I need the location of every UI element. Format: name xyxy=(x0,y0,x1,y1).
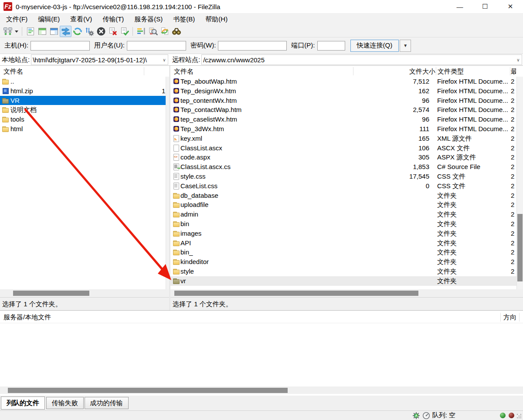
file-name: vr xyxy=(180,276,186,286)
process-queue-button[interactable] xyxy=(83,26,95,37)
local-path-combo[interactable]: \html\dfcjtgtarv7-2025-12-09(15-01-12)\ … xyxy=(31,54,168,65)
remote-file-row[interactable]: bin文件夹2 xyxy=(170,219,523,229)
synchronized-browsing-button[interactable] xyxy=(159,26,170,37)
site-manager-dropdown-button[interactable] xyxy=(14,26,20,37)
menu-item-4[interactable]: 服务器(S) xyxy=(129,13,168,25)
search-button[interactable] xyxy=(170,26,182,37)
file-name: ClassList.ascx.cs xyxy=(180,162,231,172)
menu-item-0[interactable]: 文件(F) xyxy=(1,13,33,25)
remote-file-row[interactable]: Tep_3dWx.htm111Firefox HTML Docume...2 xyxy=(170,124,523,134)
username-input[interactable] xyxy=(127,41,186,51)
file-size: 7,512 xyxy=(345,77,429,86)
queue-column-direction[interactable]: 方向 xyxy=(503,312,516,323)
scrollbar-thumb[interactable] xyxy=(517,214,523,281)
queue-horizontal-scrollbar[interactable] xyxy=(0,386,523,394)
remote-column-filetype[interactable]: 文件类型 xyxy=(438,66,464,77)
disconnect-button[interactable] xyxy=(107,26,119,37)
menu-item-6[interactable]: 帮助(H) xyxy=(200,13,233,25)
remote-file-row[interactable]: tep_caselistWx.htm96Firefox HTML Docume.… xyxy=(170,115,523,124)
remote-path-combo[interactable]: /czwww.cn/www2025 ∨ xyxy=(201,54,522,65)
remote-column-modified[interactable]: 最近修改 xyxy=(511,66,516,77)
close-button[interactable]: ✕ xyxy=(498,0,523,13)
local-file-row[interactable]: VR xyxy=(0,96,166,105)
folder-icon xyxy=(173,230,180,237)
directory-comparison-button[interactable] xyxy=(60,26,71,37)
local-tree-view-button[interactable] xyxy=(36,26,48,37)
remote-vertical-scrollbar[interactable] xyxy=(516,77,523,289)
maximize-button[interactable]: ☐ xyxy=(472,0,498,13)
local-file-row[interactable]: 说明文档 xyxy=(0,105,169,115)
scrollbar-thumb[interactable] xyxy=(13,291,89,296)
menu-item-1[interactable]: 编辑(E) xyxy=(33,13,65,25)
cancel-button[interactable] xyxy=(95,26,107,37)
remote-file-row[interactable]: tep_contentWx.htm96Firefox HTML Docume..… xyxy=(170,96,523,105)
file-modified: 2 xyxy=(511,152,515,162)
speed-limits-gear-icon[interactable]: A xyxy=(412,412,420,420)
remote-file-row[interactable]: bin_文件夹2 xyxy=(170,247,523,257)
host-input[interactable] xyxy=(31,41,90,51)
menu-item-3[interactable]: 传输(T) xyxy=(97,13,129,25)
remote-file-row[interactable]: uploadfile文件夹2 xyxy=(170,200,523,210)
reconnect-button[interactable] xyxy=(119,26,130,37)
remote-file-row[interactable]: images文件夹2 xyxy=(170,229,523,238)
quickconnect-dropdown-button[interactable]: ▼ xyxy=(400,40,411,52)
remote-file-row[interactable]: API文件夹2 xyxy=(170,238,523,248)
queue-tab-2[interactable]: 成功的传输 xyxy=(85,397,129,409)
minimize-button[interactable]: — xyxy=(447,0,472,13)
remote-tree-view-button[interactable] xyxy=(48,26,60,37)
local-file-row[interactable]: html.zip1,3 xyxy=(0,86,169,96)
local-horizontal-scrollbar[interactable] xyxy=(0,289,169,297)
remote-file-row[interactable]: style文件夹2 xyxy=(170,267,523,276)
local-file-list: ..html.zip1,3VR说明文档toolshtml xyxy=(0,77,169,289)
queue-tab-0[interactable]: 列队的文件 xyxy=(1,396,45,410)
remote-file-row[interactable]: ClassList.ascx106ASCX 文件2 xyxy=(170,143,523,153)
remote-file-row[interactable]: ClassList.ascx.cs1,853C# Source File2 xyxy=(170,162,523,172)
password-label: 密码(W): xyxy=(190,41,216,50)
local-column-filename[interactable]: 文件名 xyxy=(3,66,23,77)
local-file-row[interactable]: html xyxy=(0,124,169,134)
speedometer-icon[interactable] xyxy=(422,412,430,420)
menu-item-2[interactable]: 查看(V) xyxy=(65,13,97,25)
queue-column-server-local-file[interactable]: 服务器/本地文件 xyxy=(3,312,51,323)
chevron-down-icon[interactable]: ∨ xyxy=(515,58,522,62)
queue-tab-1[interactable]: 传输失败 xyxy=(46,397,84,409)
port-input[interactable] xyxy=(317,41,345,51)
remote-file-row[interactable]: kindeditor文件夹2 xyxy=(170,257,523,267)
local-vertical-scrollbar[interactable] xyxy=(166,77,169,289)
status-led-red-icon xyxy=(509,413,514,418)
remote-file-row[interactable]: Tep_aboutWap.htm7,512Firefox HTML Docume… xyxy=(170,77,523,86)
remote-file-row[interactable]: admin文件夹2 xyxy=(170,210,523,219)
remote-file-row[interactable]: key.xml165XML 源文件2 xyxy=(170,134,523,143)
remote-column-filename[interactable]: 文件名 xyxy=(174,66,194,77)
remote-horizontal-scrollbar[interactable] xyxy=(170,289,523,297)
local-file-row[interactable]: .. xyxy=(0,77,169,86)
filter-button[interactable] xyxy=(135,26,147,37)
refresh-button[interactable] xyxy=(71,26,83,37)
local-file-pane: 文件名 ..html.zip1,3VR说明文档toolshtml 选择了 1 个… xyxy=(0,66,169,310)
file-name: key.xml xyxy=(180,134,202,143)
file-name: uploadfile xyxy=(180,200,208,210)
quickconnect-button[interactable]: 快速连接(Q) xyxy=(350,40,399,52)
remote-file-row[interactable]: CaseList.css0CSS 文件2 xyxy=(170,181,523,191)
resize-grip[interactable] xyxy=(516,413,522,419)
file-modified: 2 xyxy=(511,115,515,124)
scrollbar-thumb[interactable] xyxy=(174,291,418,296)
find-files-button[interactable] xyxy=(147,26,159,37)
local-file-row[interactable]: tools xyxy=(0,115,169,124)
chevron-down-icon[interactable]: ∨ xyxy=(161,58,168,62)
scrollbar-thumb[interactable] xyxy=(8,388,288,393)
remote-file-row[interactable]: code.aspx305ASPX 源文件2 xyxy=(170,152,523,162)
menu-item-5[interactable]: 书签(B) xyxy=(168,13,200,25)
file-modified: 2 xyxy=(511,181,515,191)
file-type: Firefox HTML Docume... xyxy=(437,96,509,105)
remote-file-row[interactable]: Tep_designWx.htm162Firefox HTML Docume..… xyxy=(170,86,523,96)
remote-column-filesize[interactable]: 文件大小 xyxy=(353,66,435,77)
remote-file-row[interactable]: vr文件夹 xyxy=(170,276,523,286)
password-input[interactable] xyxy=(218,41,287,51)
site-manager-icon xyxy=(3,27,13,36)
remote-file-row[interactable]: Tep_contactWap.htm2,574Firefox HTML Docu… xyxy=(170,105,523,115)
site-manager-button[interactable] xyxy=(2,26,14,37)
remote-file-row[interactable]: db_database文件夹2 xyxy=(170,191,523,200)
message-log-button[interactable] xyxy=(24,26,36,37)
remote-file-row[interactable]: style.css17,545CSS 文件2 xyxy=(170,172,523,181)
